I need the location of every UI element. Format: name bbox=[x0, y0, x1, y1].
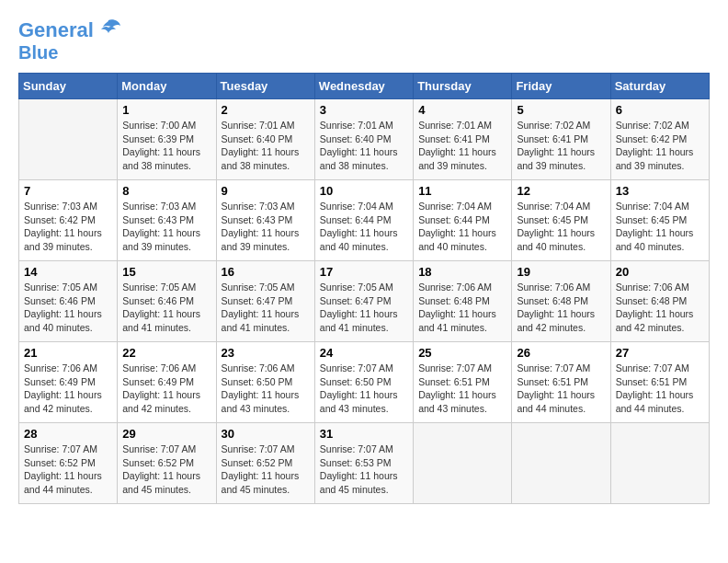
day-info: Sunrise: 7:04 AM Sunset: 6:44 PM Dayligh… bbox=[320, 200, 408, 254]
header-cell-saturday: Saturday bbox=[610, 74, 709, 99]
day-number: 22 bbox=[122, 346, 210, 360]
day-number: 27 bbox=[616, 346, 704, 360]
day-number: 31 bbox=[320, 427, 408, 441]
day-number: 16 bbox=[222, 265, 310, 279]
day-number: 11 bbox=[418, 184, 506, 198]
day-info: Sunrise: 7:04 AM Sunset: 6:44 PM Dayligh… bbox=[418, 200, 506, 254]
page-header: General Blue bbox=[18, 18, 710, 63]
calendar-cell: 11Sunrise: 7:04 AM Sunset: 6:44 PM Dayli… bbox=[414, 180, 512, 261]
header-cell-sunday: Sunday bbox=[19, 74, 118, 99]
week-row-2: 7Sunrise: 7:03 AM Sunset: 6:42 PM Daylig… bbox=[19, 180, 710, 261]
day-number: 4 bbox=[418, 103, 506, 117]
header-cell-tuesday: Tuesday bbox=[216, 74, 314, 99]
day-number: 5 bbox=[517, 103, 605, 117]
calendar-cell: 17Sunrise: 7:05 AM Sunset: 6:47 PM Dayli… bbox=[314, 261, 413, 342]
day-info: Sunrise: 7:03 AM Sunset: 6:43 PM Dayligh… bbox=[222, 200, 310, 254]
day-info: Sunrise: 7:01 AM Sunset: 6:40 PM Dayligh… bbox=[222, 119, 310, 173]
day-number: 23 bbox=[222, 346, 310, 360]
day-number: 28 bbox=[24, 427, 112, 441]
day-info: Sunrise: 7:07 AM Sunset: 6:51 PM Dayligh… bbox=[418, 362, 506, 416]
day-number: 25 bbox=[418, 346, 506, 360]
day-number: 13 bbox=[616, 184, 704, 198]
calendar-cell: 7Sunrise: 7:03 AM Sunset: 6:42 PM Daylig… bbox=[19, 180, 118, 261]
calendar-cell: 22Sunrise: 7:06 AM Sunset: 6:49 PM Dayli… bbox=[118, 342, 216, 423]
calendar-cell: 20Sunrise: 7:06 AM Sunset: 6:48 PM Dayli… bbox=[610, 261, 709, 342]
day-number: 3 bbox=[320, 103, 408, 117]
day-number: 15 bbox=[122, 265, 210, 279]
calendar-cell: 1Sunrise: 7:00 AM Sunset: 6:39 PM Daylig… bbox=[118, 99, 216, 180]
day-info: Sunrise: 7:06 AM Sunset: 6:48 PM Dayligh… bbox=[418, 281, 506, 335]
day-info: Sunrise: 7:06 AM Sunset: 6:48 PM Dayligh… bbox=[616, 281, 704, 335]
header-cell-thursday: Thursday bbox=[414, 74, 512, 99]
week-row-5: 28Sunrise: 7:07 AM Sunset: 6:52 PM Dayli… bbox=[19, 423, 710, 504]
day-info: Sunrise: 7:07 AM Sunset: 6:52 PM Dayligh… bbox=[122, 442, 210, 497]
day-info: Sunrise: 7:07 AM Sunset: 6:51 PM Dayligh… bbox=[616, 362, 704, 416]
calendar-cell bbox=[610, 423, 709, 504]
header-cell-monday: Monday bbox=[118, 74, 216, 99]
calendar-cell bbox=[414, 423, 512, 504]
calendar-cell: 2Sunrise: 7:01 AM Sunset: 6:40 PM Daylig… bbox=[216, 99, 314, 180]
calendar-cell: 13Sunrise: 7:04 AM Sunset: 6:45 PM Dayli… bbox=[610, 180, 709, 261]
calendar-cell: 28Sunrise: 7:07 AM Sunset: 6:52 PM Dayli… bbox=[19, 423, 118, 504]
day-info: Sunrise: 7:04 AM Sunset: 6:45 PM Dayligh… bbox=[517, 200, 605, 254]
day-info: Sunrise: 7:01 AM Sunset: 6:41 PM Dayligh… bbox=[418, 119, 506, 173]
day-number: 30 bbox=[222, 427, 310, 441]
day-info: Sunrise: 7:06 AM Sunset: 6:49 PM Dayligh… bbox=[122, 362, 210, 416]
day-info: Sunrise: 7:02 AM Sunset: 6:41 PM Dayligh… bbox=[517, 119, 605, 173]
calendar-cell: 18Sunrise: 7:06 AM Sunset: 6:48 PM Dayli… bbox=[414, 261, 512, 342]
calendar-cell: 3Sunrise: 7:01 AM Sunset: 6:40 PM Daylig… bbox=[314, 99, 413, 180]
calendar-cell: 8Sunrise: 7:03 AM Sunset: 6:43 PM Daylig… bbox=[118, 180, 216, 261]
day-number: 8 bbox=[122, 184, 210, 198]
day-number: 29 bbox=[122, 427, 210, 441]
day-info: Sunrise: 7:07 AM Sunset: 6:53 PM Dayligh… bbox=[320, 442, 408, 497]
week-row-1: 1Sunrise: 7:00 AM Sunset: 6:39 PM Daylig… bbox=[19, 99, 710, 180]
logo-bird-icon bbox=[96, 18, 121, 39]
calendar-cell: 29Sunrise: 7:07 AM Sunset: 6:52 PM Dayli… bbox=[118, 423, 216, 504]
day-info: Sunrise: 7:06 AM Sunset: 6:48 PM Dayligh… bbox=[517, 281, 605, 335]
day-number: 9 bbox=[222, 184, 310, 198]
calendar-cell: 26Sunrise: 7:07 AM Sunset: 6:51 PM Dayli… bbox=[512, 342, 610, 423]
logo-text-blue: Blue bbox=[18, 42, 58, 63]
calendar-cell: 23Sunrise: 7:06 AM Sunset: 6:50 PM Dayli… bbox=[216, 342, 314, 423]
header-cell-friday: Friday bbox=[512, 74, 610, 99]
day-number: 10 bbox=[320, 184, 408, 198]
calendar-cell: 16Sunrise: 7:05 AM Sunset: 6:47 PM Dayli… bbox=[216, 261, 314, 342]
day-info: Sunrise: 7:03 AM Sunset: 6:43 PM Dayligh… bbox=[122, 200, 210, 254]
day-number: 26 bbox=[517, 346, 605, 360]
day-info: Sunrise: 7:02 AM Sunset: 6:42 PM Dayligh… bbox=[616, 119, 704, 173]
calendar-cell bbox=[512, 423, 610, 504]
day-number: 24 bbox=[320, 346, 408, 360]
day-number: 17 bbox=[320, 265, 408, 279]
logo: General Blue bbox=[18, 18, 121, 63]
day-info: Sunrise: 7:06 AM Sunset: 6:50 PM Dayligh… bbox=[222, 362, 310, 416]
day-number: 2 bbox=[222, 103, 310, 117]
day-info: Sunrise: 7:05 AM Sunset: 6:47 PM Dayligh… bbox=[222, 281, 310, 335]
calendar-cell: 21Sunrise: 7:06 AM Sunset: 6:49 PM Dayli… bbox=[19, 342, 118, 423]
day-number: 20 bbox=[616, 265, 704, 279]
calendar-cell bbox=[19, 99, 118, 180]
logo-text: General bbox=[18, 18, 94, 42]
header-cell-wednesday: Wednesday bbox=[314, 74, 413, 99]
day-number: 18 bbox=[418, 265, 506, 279]
calendar-table: SundayMondayTuesdayWednesdayThursdayFrid… bbox=[18, 73, 710, 504]
day-number: 21 bbox=[24, 346, 112, 360]
calendar-cell: 4Sunrise: 7:01 AM Sunset: 6:41 PM Daylig… bbox=[414, 99, 512, 180]
calendar-cell: 25Sunrise: 7:07 AM Sunset: 6:51 PM Dayli… bbox=[414, 342, 512, 423]
day-info: Sunrise: 7:00 AM Sunset: 6:39 PM Dayligh… bbox=[122, 119, 210, 173]
day-info: Sunrise: 7:07 AM Sunset: 6:52 PM Dayligh… bbox=[222, 442, 310, 497]
week-row-4: 21Sunrise: 7:06 AM Sunset: 6:49 PM Dayli… bbox=[19, 342, 710, 423]
calendar-cell: 30Sunrise: 7:07 AM Sunset: 6:52 PM Dayli… bbox=[216, 423, 314, 504]
day-info: Sunrise: 7:01 AM Sunset: 6:40 PM Dayligh… bbox=[320, 119, 408, 173]
day-info: Sunrise: 7:03 AM Sunset: 6:42 PM Dayligh… bbox=[24, 200, 112, 254]
calendar-cell: 10Sunrise: 7:04 AM Sunset: 6:44 PM Dayli… bbox=[314, 180, 413, 261]
day-info: Sunrise: 7:04 AM Sunset: 6:45 PM Dayligh… bbox=[616, 200, 704, 254]
day-number: 12 bbox=[517, 184, 605, 198]
calendar-cell: 15Sunrise: 7:05 AM Sunset: 6:46 PM Dayli… bbox=[118, 261, 216, 342]
day-info: Sunrise: 7:07 AM Sunset: 6:50 PM Dayligh… bbox=[320, 362, 408, 416]
day-info: Sunrise: 7:06 AM Sunset: 6:49 PM Dayligh… bbox=[24, 362, 112, 416]
calendar-cell: 9Sunrise: 7:03 AM Sunset: 6:43 PM Daylig… bbox=[216, 180, 314, 261]
day-info: Sunrise: 7:05 AM Sunset: 6:46 PM Dayligh… bbox=[24, 281, 112, 335]
calendar-cell: 24Sunrise: 7:07 AM Sunset: 6:50 PM Dayli… bbox=[314, 342, 413, 423]
calendar-cell: 31Sunrise: 7:07 AM Sunset: 6:53 PM Dayli… bbox=[314, 423, 413, 504]
calendar-cell: 12Sunrise: 7:04 AM Sunset: 6:45 PM Dayli… bbox=[512, 180, 610, 261]
